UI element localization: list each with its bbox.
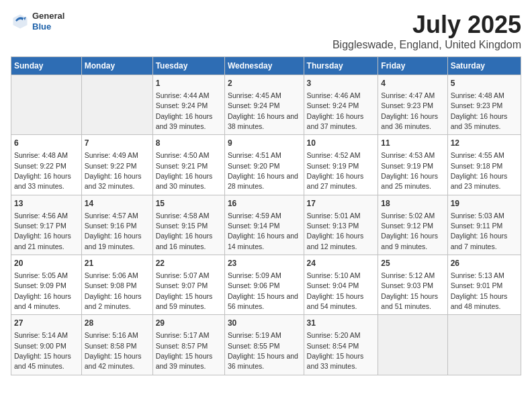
day-info: Sunrise: 4:50 AM Sunset: 9:21 PM Dayligh…: [156, 151, 213, 190]
calendar-cell: [378, 315, 447, 375]
day-number: 27: [14, 318, 79, 329]
calendar-cell: 17Sunrise: 5:01 AM Sunset: 9:13 PM Dayli…: [304, 195, 378, 255]
week-row-3: 13Sunrise: 4:56 AM Sunset: 9:17 PM Dayli…: [11, 195, 521, 255]
day-number: 6: [14, 138, 79, 149]
calendar-cell: 11Sunrise: 4:53 AM Sunset: 9:19 PM Dayli…: [378, 135, 447, 195]
calendar-cell: 10Sunrise: 4:52 AM Sunset: 9:19 PM Dayli…: [304, 135, 378, 195]
day-number: 7: [85, 138, 150, 149]
day-info: Sunrise: 5:16 AM Sunset: 8:58 PM Dayligh…: [85, 331, 142, 370]
day-info: Sunrise: 4:58 AM Sunset: 9:15 PM Dayligh…: [156, 212, 213, 250]
calendar-cell: 31Sunrise: 5:20 AM Sunset: 8:54 PM Dayli…: [304, 315, 378, 375]
day-info: Sunrise: 4:44 AM Sunset: 9:24 PM Dayligh…: [156, 91, 213, 130]
day-number: 8: [156, 138, 222, 149]
week-row-2: 6Sunrise: 4:48 AM Sunset: 9:22 PM Daylig…: [11, 135, 521, 195]
day-number: 11: [381, 138, 444, 149]
day-number: 2: [228, 78, 301, 89]
day-info: Sunrise: 4:52 AM Sunset: 9:19 PM Dayligh…: [307, 151, 364, 190]
day-info: Sunrise: 5:07 AM Sunset: 9:07 PM Dayligh…: [156, 271, 213, 310]
calendar-cell: 26Sunrise: 5:13 AM Sunset: 9:01 PM Dayli…: [447, 255, 521, 315]
day-info: Sunrise: 5:05 AM Sunset: 9:09 PM Dayligh…: [14, 271, 71, 310]
day-header-thursday: Thursday: [304, 57, 378, 75]
day-info: Sunrise: 4:49 AM Sunset: 9:22 PM Dayligh…: [85, 151, 142, 190]
day-header-friday: Friday: [378, 57, 447, 75]
logo-text: General Blue: [32, 11, 64, 32]
day-info: Sunrise: 4:53 AM Sunset: 9:19 PM Dayligh…: [381, 151, 438, 190]
logo-blue: Blue: [32, 21, 64, 32]
calendar-cell: [11, 75, 82, 135]
day-info: Sunrise: 4:46 AM Sunset: 9:24 PM Dayligh…: [307, 91, 364, 130]
day-number: 9: [228, 138, 301, 149]
day-number: 18: [381, 198, 444, 210]
day-info: Sunrise: 4:56 AM Sunset: 9:17 PM Dayligh…: [14, 212, 71, 250]
logo-general: General: [32, 11, 64, 21]
calendar-cell: 21Sunrise: 5:06 AM Sunset: 9:08 PM Dayli…: [81, 255, 152, 315]
header-row: SundayMondayTuesdayWednesdayThursdayFrid…: [11, 57, 521, 75]
calendar-cell: [81, 75, 152, 135]
calendar-cell: 2Sunrise: 4:45 AM Sunset: 9:24 PM Daylig…: [224, 75, 304, 135]
title-block: July 2025 Biggleswade, England, United K…: [332, 11, 521, 51]
subtitle: Biggleswade, England, United Kingdom: [332, 39, 521, 51]
svg-marker-0: [13, 14, 28, 28]
day-number: 31: [307, 318, 375, 329]
day-info: Sunrise: 4:59 AM Sunset: 9:14 PM Dayligh…: [228, 212, 298, 250]
calendar-cell: 23Sunrise: 5:09 AM Sunset: 9:06 PM Dayli…: [224, 255, 304, 315]
calendar-cell: 4Sunrise: 4:47 AM Sunset: 9:23 PM Daylig…: [378, 75, 447, 135]
logo-icon: [11, 12, 30, 31]
calendar-cell: 25Sunrise: 5:12 AM Sunset: 9:03 PM Dayli…: [378, 255, 447, 315]
day-info: Sunrise: 5:10 AM Sunset: 9:04 PM Dayligh…: [307, 271, 364, 310]
day-number: 23: [228, 258, 301, 269]
calendar-cell: 22Sunrise: 5:07 AM Sunset: 9:07 PM Dayli…: [152, 255, 224, 315]
calendar-cell: 7Sunrise: 4:49 AM Sunset: 9:22 PM Daylig…: [81, 135, 152, 195]
day-number: 19: [451, 198, 518, 210]
calendar-cell: 5Sunrise: 4:48 AM Sunset: 9:23 PM Daylig…: [447, 75, 521, 135]
calendar-cell: 27Sunrise: 5:14 AM Sunset: 9:00 PM Dayli…: [11, 315, 82, 375]
day-header-wednesday: Wednesday: [224, 57, 304, 75]
calendar-cell: 16Sunrise: 4:59 AM Sunset: 9:14 PM Dayli…: [224, 195, 304, 255]
day-number: 1: [156, 78, 222, 89]
day-number: 3: [307, 78, 375, 89]
week-row-1: 1Sunrise: 4:44 AM Sunset: 9:24 PM Daylig…: [11, 75, 521, 135]
day-header-monday: Monday: [81, 57, 152, 75]
calendar-cell: 30Sunrise: 5:19 AM Sunset: 8:55 PM Dayli…: [224, 315, 304, 375]
calendar-cell: 28Sunrise: 5:16 AM Sunset: 8:58 PM Dayli…: [81, 315, 152, 375]
day-number: 30: [228, 318, 301, 329]
day-info: Sunrise: 5:09 AM Sunset: 9:06 PM Dayligh…: [228, 271, 298, 310]
week-row-4: 20Sunrise: 5:05 AM Sunset: 9:09 PM Dayli…: [11, 255, 521, 315]
day-number: 21: [85, 258, 150, 269]
logo: General Blue: [11, 11, 64, 32]
day-header-sunday: Sunday: [11, 57, 82, 75]
day-info: Sunrise: 4:48 AM Sunset: 9:22 PM Dayligh…: [14, 151, 71, 190]
day-number: 12: [451, 138, 518, 149]
day-number: 26: [451, 258, 518, 269]
day-number: 22: [156, 258, 222, 269]
day-info: Sunrise: 5:13 AM Sunset: 9:01 PM Dayligh…: [451, 271, 508, 310]
day-header-tuesday: Tuesday: [152, 57, 224, 75]
calendar-cell: 29Sunrise: 5:17 AM Sunset: 8:57 PM Dayli…: [152, 315, 224, 375]
day-info: Sunrise: 4:57 AM Sunset: 9:16 PM Dayligh…: [85, 212, 142, 250]
day-info: Sunrise: 5:06 AM Sunset: 9:08 PM Dayligh…: [85, 271, 142, 310]
day-info: Sunrise: 5:12 AM Sunset: 9:03 PM Dayligh…: [381, 271, 438, 310]
day-info: Sunrise: 5:17 AM Sunset: 8:57 PM Dayligh…: [156, 331, 213, 370]
day-number: 4: [381, 78, 444, 89]
page-header: General Blue July 2025 Biggleswade, Engl…: [11, 11, 521, 51]
calendar-cell: 24Sunrise: 5:10 AM Sunset: 9:04 PM Dayli…: [304, 255, 378, 315]
calendar-cell: 19Sunrise: 5:03 AM Sunset: 9:11 PM Dayli…: [447, 195, 521, 255]
day-info: Sunrise: 5:02 AM Sunset: 9:12 PM Dayligh…: [381, 212, 438, 250]
calendar-cell: 20Sunrise: 5:05 AM Sunset: 9:09 PM Dayli…: [11, 255, 82, 315]
day-info: Sunrise: 5:14 AM Sunset: 9:00 PM Dayligh…: [14, 331, 71, 370]
calendar-cell: 14Sunrise: 4:57 AM Sunset: 9:16 PM Dayli…: [81, 195, 152, 255]
day-info: Sunrise: 4:51 AM Sunset: 9:20 PM Dayligh…: [228, 151, 298, 190]
day-number: 20: [14, 258, 79, 269]
day-number: 25: [381, 258, 444, 269]
day-info: Sunrise: 4:48 AM Sunset: 9:23 PM Dayligh…: [451, 91, 508, 130]
day-number: 24: [307, 258, 375, 269]
calendar-cell: [447, 315, 521, 375]
day-info: Sunrise: 5:20 AM Sunset: 8:54 PM Dayligh…: [307, 331, 364, 370]
calendar-cell: 15Sunrise: 4:58 AM Sunset: 9:15 PM Dayli…: [152, 195, 224, 255]
day-number: 13: [14, 198, 79, 210]
day-number: 5: [451, 78, 518, 89]
calendar-cell: 3Sunrise: 4:46 AM Sunset: 9:24 PM Daylig…: [304, 75, 378, 135]
day-info: Sunrise: 5:03 AM Sunset: 9:11 PM Dayligh…: [451, 212, 508, 250]
main-title: July 2025: [332, 11, 521, 39]
week-row-5: 27Sunrise: 5:14 AM Sunset: 9:00 PM Dayli…: [11, 315, 521, 375]
